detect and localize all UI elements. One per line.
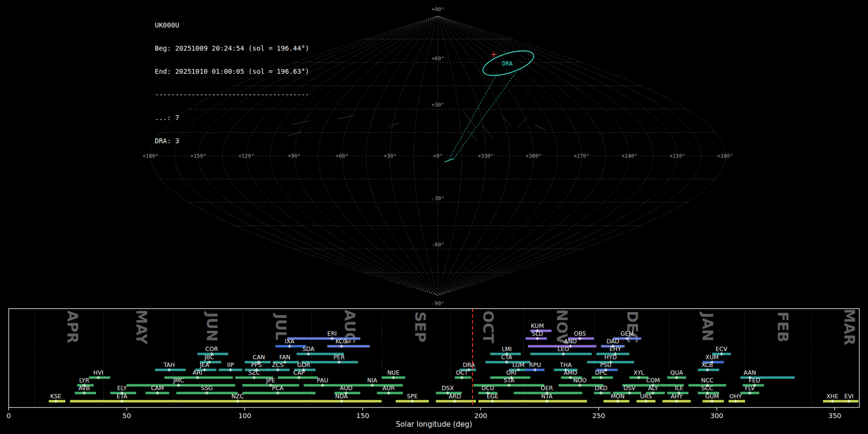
- shower-bar: [530, 353, 592, 355]
- shower-code-label: FAN: [279, 354, 290, 361]
- month-label: APR: [64, 311, 81, 343]
- shower-code-label: SPE: [407, 393, 418, 400]
- axis-tick-label: 300: [710, 412, 723, 420]
- shower-nta: NTA: [507, 393, 587, 403]
- shower-nda: NDA: [301, 393, 381, 403]
- shower-code-label: COR: [205, 346, 218, 353]
- shower-code-label: RPU: [529, 362, 541, 368]
- shower-iip: IIP: [219, 362, 243, 372]
- shower-code-label: DRA: [463, 362, 475, 368]
- x-axis-title: Solar longitude (deg): [396, 420, 472, 429]
- month-label: JUL: [272, 313, 289, 340]
- shower-code-label: OBS: [574, 330, 586, 337]
- shower-code-label: CAN: [253, 354, 265, 361]
- shower-code-label: OHY: [730, 393, 742, 400]
- shower-code-label: PCA: [272, 385, 284, 392]
- lon-label: +30°: [383, 153, 396, 159]
- observation-begin: Beg: 20251009 20:24:54 (sol = 196.44°): [155, 44, 309, 52]
- plot-canvas: +180°+150°+120°+90°+60°+30°+0°+330°+300°…: [0, 0, 868, 434]
- shower-code-label: JMC: [173, 377, 184, 384]
- shower-code-label: SLD: [532, 330, 543, 337]
- shower-code-label: KUM: [531, 323, 544, 329]
- month-label: JUN: [203, 312, 220, 342]
- shower-code-label: NCC: [701, 377, 714, 384]
- shower-bar: [127, 384, 235, 387]
- shower-code-label: IIP: [227, 362, 234, 368]
- shower-code-label: KSE: [50, 393, 61, 400]
- shower-code-label: LMI: [502, 346, 512, 353]
- lon-label: +270°: [573, 153, 589, 159]
- shower-code-label: AHY: [671, 393, 683, 400]
- shower-kse: KSE: [49, 393, 65, 403]
- shower-eta: ETA: [70, 393, 176, 403]
- lat-label: -30°: [432, 195, 445, 202]
- shower-code-label: PPS: [251, 362, 262, 368]
- radiant-drift-tail: [445, 159, 453, 162]
- axis-tick-label: 150: [356, 412, 369, 420]
- axis-tick-label: 100: [238, 412, 251, 420]
- month-label: OCT: [480, 311, 497, 344]
- lon-label: +210°: [669, 153, 685, 159]
- shower-qua: QUA: [667, 369, 686, 380]
- shower-code-label: DSX: [442, 385, 454, 392]
- shower-evi: EVI: [842, 393, 858, 403]
- month-label: FEB: [774, 312, 791, 342]
- shower-code-label: CTA: [501, 354, 513, 361]
- shower-urs: URS: [637, 393, 655, 403]
- lon-label: +300°: [526, 153, 542, 159]
- shower-code-label: PSU: [600, 362, 611, 368]
- shower-code-label: SCC: [702, 385, 713, 392]
- lat-label: -60°: [432, 242, 445, 248]
- shower-code-label: HYD: [604, 354, 617, 361]
- shower-code-label: ARD: [448, 393, 461, 400]
- shower-ege: EGE: [478, 393, 507, 403]
- shower-code-label: AAN: [744, 369, 756, 376]
- shower-code-label: NTA: [541, 393, 553, 400]
- shower-mon: MON: [603, 393, 629, 403]
- shower-code-label: CAP: [293, 369, 305, 376]
- separator-line: --------------------------------------: [155, 91, 309, 98]
- shower-code-label: SSG: [201, 385, 213, 392]
- shower-code-label: COM: [646, 377, 660, 384]
- station-id: UK000U: [155, 21, 309, 29]
- shower-spe: SPE: [396, 393, 429, 403]
- shower-gum: GUM: [703, 393, 724, 403]
- lat-label: +60°: [432, 55, 445, 62]
- shower-code-label: DAD: [607, 338, 619, 345]
- shower-code-label: ECV: [716, 346, 728, 353]
- shower-code-label: AUD: [340, 385, 353, 392]
- shower-code-label: JEA: [200, 362, 210, 368]
- axis-tick-label: 200: [475, 412, 488, 420]
- shower-code-label: XUM: [705, 354, 719, 361]
- shower-code-label: DKD: [595, 385, 607, 392]
- shower-code-label: AND: [564, 338, 577, 345]
- shower-code-label: FLV: [745, 385, 755, 392]
- count-dra: DRA: 3: [155, 137, 309, 145]
- shower-code-label: FED: [749, 377, 760, 384]
- shower-code-label: ARI: [193, 369, 203, 376]
- shower-bar: [327, 345, 370, 348]
- shower-bar: [287, 338, 361, 340]
- shower-code-label: SZC: [248, 369, 260, 376]
- shower-code-label: OCU: [481, 385, 494, 392]
- activity-timeline: APRMAYJUNJULAUGSEPOCTNOVDECJANFEBMARKUME…: [7, 309, 859, 429]
- meteor-trail: [482, 124, 493, 138]
- shower-code-label: PAU: [317, 377, 328, 384]
- lon-label: +180°: [717, 153, 733, 159]
- shower-code-label: THA: [559, 362, 572, 368]
- lat-label: -90°: [432, 300, 445, 307]
- meteor-trail: [502, 116, 511, 126]
- meteor-trail: [534, 124, 545, 130]
- shower-code-label: GDR: [297, 362, 310, 368]
- shower-hvi: HVI: [89, 369, 110, 380]
- shower-xyl: XYL: [629, 369, 648, 380]
- shower-code-label: XYL: [634, 369, 645, 376]
- app-screen: +180°+150°+120°+90°+60°+30°+0°+330°+300°…: [0, 0, 868, 434]
- count-sporadic: ...: 7: [155, 114, 309, 122]
- month-label: MAR: [841, 309, 858, 345]
- shower-code-label: DSV: [624, 385, 636, 392]
- shower-code-label: ELY: [117, 385, 127, 392]
- shower-code-label: GUM: [705, 393, 719, 400]
- shower-nue: NUE: [381, 369, 405, 380]
- shower-code-label: STA: [503, 377, 515, 384]
